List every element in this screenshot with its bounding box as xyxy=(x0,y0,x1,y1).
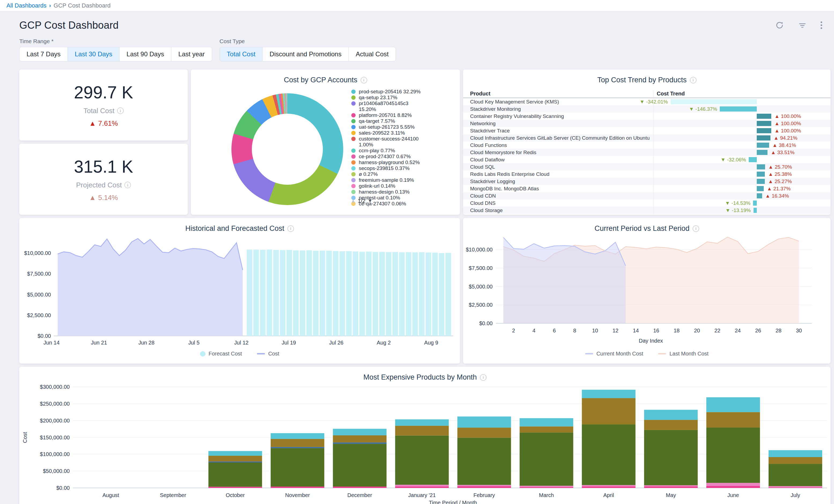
stacked-bar-segment-pink[interactable] xyxy=(520,487,573,488)
table-row[interactable]: Cloud Key Management Service (KMS)▼ -342… xyxy=(463,98,831,105)
forecast-bar[interactable] xyxy=(359,252,365,336)
stacked-bar-segment-blue[interactable] xyxy=(333,442,387,444)
trend-bar[interactable] xyxy=(671,99,757,104)
stacked-bar-segment-olive-green[interactable] xyxy=(395,436,448,485)
donut-legend-item[interactable]: uat-setup-261723 5.55% xyxy=(351,124,422,130)
breadcrumb-all-dashboards-link[interactable]: All Dashboards xyxy=(6,2,46,9)
stacked-bar-segment-brown[interactable] xyxy=(520,426,573,433)
donut-legend-item[interactable]: sales-209522 3.11% xyxy=(351,130,422,136)
trend-bar[interactable] xyxy=(757,172,765,177)
monthly-products-chart[interactable]: $0.00$50,000.00$100,000.00$150,000.00$20… xyxy=(19,367,831,504)
forecast-bar[interactable] xyxy=(320,251,325,336)
trend-bar[interactable] xyxy=(757,114,771,119)
legend-item[interactable]: Cost xyxy=(257,351,279,357)
donut-legend-item[interactable]: harness-design 0.13% xyxy=(351,189,422,195)
forecast-bar[interactable] xyxy=(372,252,378,336)
stacked-bar-segment-cyan[interactable] xyxy=(333,429,387,435)
trend-bar[interactable] xyxy=(753,200,757,205)
trend-bar[interactable] xyxy=(757,143,769,148)
donut-legend-item[interactable]: ccm-play 0.77% xyxy=(351,148,422,154)
stacked-bar-segment-light-pink[interactable] xyxy=(582,485,636,486)
forecast-bar[interactable] xyxy=(366,251,372,336)
stacked-bar-segment-brown[interactable] xyxy=(582,398,636,424)
trend-bar[interactable] xyxy=(757,128,771,133)
kebab-menu-icon[interactable] xyxy=(820,21,822,29)
stacked-bar-segment-brown[interactable] xyxy=(270,439,324,447)
stacked-bar-segment-pink[interactable] xyxy=(208,487,262,488)
legend-item[interactable]: Forecast Cost xyxy=(200,351,242,357)
stacked-bar-segment-light-pink[interactable] xyxy=(520,486,573,487)
refresh-icon[interactable] xyxy=(775,21,784,30)
stacked-bar-segment-light-pink[interactable] xyxy=(395,485,448,487)
trend-bar[interactable] xyxy=(757,121,771,126)
donut-legend-item[interactable]: ø 0.27% xyxy=(351,171,422,177)
forecast-bar[interactable] xyxy=(339,251,345,336)
stacked-bar-segment-brown[interactable] xyxy=(769,457,822,464)
info-icon[interactable]: i xyxy=(125,182,131,188)
trend-bar[interactable] xyxy=(720,106,757,111)
stacked-bar-segment-cyan[interactable] xyxy=(395,419,448,426)
info-icon[interactable]: i xyxy=(361,77,367,83)
cost-type-option-discount-and-promotions[interactable]: Discount and Promotions xyxy=(262,47,349,61)
donut-legend-item[interactable]: qa-target 7.57% xyxy=(351,118,422,124)
donut-legend-item[interactable]: pr10406a87045145c3 15.20% xyxy=(351,101,422,112)
trend-bar[interactable] xyxy=(757,165,765,170)
forecast-bar[interactable] xyxy=(439,253,444,336)
stacked-bar-segment-olive-green[interactable] xyxy=(208,462,262,487)
donut-legend-item[interactable]: golink-url 0.14% xyxy=(351,183,422,189)
table-row[interactable]: Container Registry Vulnerability Scannin… xyxy=(463,113,831,120)
forecast-bar[interactable] xyxy=(267,249,272,336)
info-icon[interactable]: i xyxy=(117,108,124,114)
forecast-bar[interactable] xyxy=(306,250,312,336)
donut-legend-item[interactable]: ce-prod-274307 0.67% xyxy=(351,154,422,159)
forecast-bar[interactable] xyxy=(286,250,292,336)
donut-legend-item[interactable]: platform-205701 8.82% xyxy=(351,112,422,118)
forecast-bar[interactable] xyxy=(346,251,352,336)
legend-item[interactable]: Last Month Cost xyxy=(658,351,708,357)
current-month-cost-area[interactable] xyxy=(503,238,626,323)
stacked-bar-segment-pink[interactable] xyxy=(395,487,448,488)
stacked-bar-segment-cyan[interactable] xyxy=(582,390,636,398)
forecast-bar[interactable] xyxy=(413,252,418,336)
stacked-bar-segment-brown[interactable] xyxy=(458,428,511,438)
forecast-bar[interactable] xyxy=(425,253,431,336)
trend-bar[interactable] xyxy=(757,193,762,198)
stacked-bar-segment-pink[interactable] xyxy=(644,486,698,488)
stacked-bar-segment-olive-green[interactable] xyxy=(769,464,822,486)
table-row[interactable]: Cloud CDN▲ 16.34% xyxy=(463,192,831,199)
stacked-bar-segment-olive-green[interactable] xyxy=(706,428,760,483)
gcp-accounts-donut-chart[interactable] xyxy=(232,93,343,205)
forecast-bar[interactable] xyxy=(247,249,253,336)
column-header-product[interactable]: Product xyxy=(470,91,490,97)
stacked-bar-segment-pink[interactable] xyxy=(270,487,324,488)
trend-bar[interactable] xyxy=(753,208,757,213)
stacked-bar-segment-blue[interactable] xyxy=(270,447,324,448)
forecast-bar[interactable] xyxy=(353,251,358,336)
page-up-icon[interactable]: ▲ xyxy=(351,198,356,204)
time-range-option-last-year[interactable]: Last year xyxy=(171,47,212,61)
table-row[interactable]: Cloud SQL▲ 25.70% xyxy=(463,163,831,171)
forecast-bar[interactable] xyxy=(273,250,279,336)
stacked-bar-segment-cyan[interactable] xyxy=(270,433,324,439)
time-range-option-last-30-days[interactable]: Last 30 Days xyxy=(68,47,119,61)
donut-legend-item[interactable]: secops-239815 0.37% xyxy=(351,166,422,171)
trend-bar[interactable] xyxy=(757,150,768,155)
time-range-option-last-90-days[interactable]: Last 90 Days xyxy=(119,47,171,61)
forecast-bar[interactable] xyxy=(445,253,451,336)
stacked-bar-segment-brown[interactable] xyxy=(395,426,448,435)
table-row[interactable]: MongoDB Inc. MongoDB Atlas▲ 21.37% xyxy=(463,185,831,192)
trend-bar[interactable] xyxy=(749,157,757,162)
forecast-bar[interactable] xyxy=(313,251,319,336)
stacked-bar-segment-pink[interactable] xyxy=(706,486,760,488)
forecast-bar[interactable] xyxy=(432,253,438,336)
forecast-bar[interactable] xyxy=(300,250,305,336)
historical-forecast-chart[interactable]: $10,000.00$7,500.00$5,000.00$2,500.00$0.… xyxy=(19,218,460,349)
stacked-bar-segment-olive-green[interactable] xyxy=(520,433,573,486)
stacked-bar-segment-pink[interactable] xyxy=(769,487,822,488)
column-header-cost-trend[interactable]: Cost Trend xyxy=(657,91,685,97)
stacked-bar-segment-cyan[interactable] xyxy=(458,417,511,428)
table-row[interactable]: Cloud DNS▼ -14.53% xyxy=(463,199,831,207)
donut-legend-item[interactable]: prod-setup-205416 32.29% xyxy=(351,89,422,95)
table-row[interactable]: Stackdriver Logging▲ 25.27% xyxy=(463,178,831,185)
cost-type-option-total-cost[interactable]: Total Cost xyxy=(220,47,263,61)
